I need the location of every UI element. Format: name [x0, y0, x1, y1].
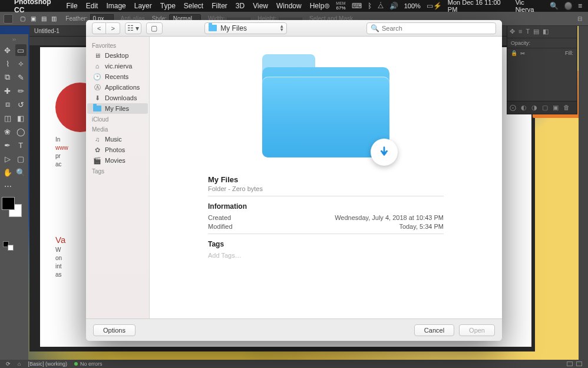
sidebar-item-applications[interactable]: ⒶApplications	[87, 82, 148, 93]
marquee-tool-icon[interactable]: ▭	[15, 44, 27, 56]
shape-tool-icon[interactable]: ▢	[15, 153, 27, 165]
sidebar-item-label: Applications	[105, 84, 140, 91]
path-label: My Files	[220, 24, 247, 32]
menu-type[interactable]: Type	[160, 2, 176, 10]
move-icon[interactable]: ✥	[510, 28, 515, 35]
lock-icon[interactable]: 🔒	[511, 50, 517, 56]
desktop-icon: 🖥	[93, 52, 101, 59]
brush-tool-icon[interactable]: ✏	[15, 85, 27, 97]
spotlight-icon[interactable]: 🔍	[550, 2, 559, 10]
memory-indicator[interactable]: MEM67%	[336, 1, 345, 11]
crop-tool-icon[interactable]: ⧉	[2, 71, 14, 83]
home-icon[interactable]: ⌂	[18, 361, 21, 367]
sidebar-item-home[interactable]: ⌂vic.nierva	[87, 61, 148, 71]
marquee-mode-icons[interactable]: ▢ ▣ ▤ ▥	[20, 15, 58, 22]
volume-icon[interactable]: 🔊	[389, 2, 398, 10]
layers-icon[interactable]: ▤	[533, 28, 539, 35]
view-mode-button[interactable]: ☷ ▾	[125, 22, 141, 34]
menu-view[interactable]: View	[253, 2, 268, 10]
zoom-tool-icon[interactable]: 🔍	[15, 166, 27, 178]
status-errors[interactable]: No errors	[74, 361, 103, 367]
blur-tool-icon[interactable]: ❀	[2, 126, 14, 137]
trash-icon[interactable]: 🗑	[563, 104, 570, 111]
history-brush-icon[interactable]: ↺	[15, 98, 27, 110]
dodge-tool-icon[interactable]: ◯	[15, 126, 27, 137]
user-name[interactable]: Vic Nierva	[516, 0, 544, 13]
cancel-button[interactable]: Cancel	[414, 324, 454, 336]
menu-filter[interactable]: Filter	[212, 2, 227, 10]
path-select-icon[interactable]: ▷	[2, 153, 14, 165]
status-workspace[interactable]: [Basic] (working)	[28, 361, 67, 367]
sync-icon[interactable]: ⟳	[6, 361, 11, 367]
battery-icon[interactable]: ▭⚡	[427, 2, 442, 10]
battery-percent[interactable]: 100%	[404, 2, 421, 9]
sidebar-item-downloads[interactable]: ⬇Downloads	[87, 93, 148, 103]
menu-image[interactable]: Image	[106, 2, 125, 10]
wifi-icon[interactable]: ⧊	[378, 2, 384, 10]
new-layer-icon[interactable]: ▣	[553, 104, 559, 111]
color-swatches[interactable]	[2, 197, 22, 217]
sidebar-item-recents[interactable]: 🕑Recents	[87, 71, 148, 82]
preview-name: My Files	[208, 175, 444, 184]
group-icon[interactable]: ▢	[542, 104, 548, 111]
view-mode-icon-2[interactable]	[576, 362, 582, 366]
search-input[interactable]	[382, 25, 492, 32]
eyedropper-tool-icon[interactable]: ✎	[15, 71, 27, 83]
mask-icon[interactable]: ◧	[543, 28, 549, 35]
edit-toolbar-icon[interactable]: ⋯	[2, 180, 14, 192]
mask-add-icon[interactable]: ◐	[521, 104, 527, 111]
clock[interactable]: Mon Dec 16 11:00 PM	[448, 0, 510, 13]
heal-tool-icon[interactable]: ✚	[2, 85, 14, 97]
open-button[interactable]: Open	[459, 324, 495, 336]
notification-center-icon[interactable]: ≡	[578, 2, 582, 10]
foreground-color-swatch[interactable]	[2, 197, 15, 210]
menu-window[interactable]: Window	[276, 2, 302, 10]
menu-edit[interactable]: Edit	[86, 2, 98, 10]
hand-tool-icon[interactable]: ✋	[2, 166, 14, 178]
lasso-tool-icon[interactable]: ⌇	[2, 58, 14, 70]
adjustment-icon[interactable]: ◑	[531, 104, 537, 111]
sidebar-item-label: Recents	[105, 73, 128, 80]
active-tool-icon[interactable]	[4, 14, 13, 24]
options-button[interactable]: Options	[93, 324, 136, 336]
pen-tool-icon[interactable]: ✒	[2, 139, 14, 151]
align-icon[interactable]: ≡	[518, 28, 522, 35]
stamp-tool-icon[interactable]: ⧈	[2, 98, 14, 110]
menu-layer[interactable]: Layer	[134, 2, 152, 10]
sidebar-item-myfiles[interactable]: My Files	[87, 103, 148, 114]
forward-button[interactable]: >	[106, 22, 120, 34]
app-name[interactable]: Photoshop CC	[14, 0, 58, 14]
menu-3d[interactable]: 3D	[236, 2, 245, 10]
type-tool-icon[interactable]: T	[15, 139, 27, 151]
keyboard-icon[interactable]: ⌨	[352, 2, 362, 10]
view-mode-icon[interactable]	[567, 362, 573, 366]
wand-tool-icon[interactable]: ✧	[15, 58, 27, 70]
folder-preview-icon	[262, 54, 389, 157]
sidebar-item-movies[interactable]: 🎬Movies	[87, 155, 148, 166]
tags-input[interactable]: Add Tags…	[208, 252, 444, 259]
link-icon[interactable]: ⫘	[520, 50, 525, 56]
toolbox-grip[interactable]: ››	[2, 37, 27, 42]
back-button[interactable]: <	[92, 22, 106, 34]
width-input[interactable]	[227, 18, 250, 20]
search-field[interactable]: 🔍	[366, 22, 496, 34]
menu-file[interactable]: File	[66, 2, 77, 10]
text-icon[interactable]: T	[526, 28, 530, 35]
menu-select[interactable]: Select	[184, 2, 203, 10]
eraser-tool-icon[interactable]: ◫	[2, 112, 14, 124]
sidebar-item-desktop[interactable]: 🖥Desktop	[87, 50, 148, 61]
menuextra-icon[interactable]: ⊚	[324, 2, 330, 10]
siri-icon[interactable]	[564, 2, 573, 10]
bluetooth-icon[interactable]: ᛒ	[368, 2, 372, 10]
gradient-tool-icon[interactable]: ◧	[15, 112, 27, 124]
move-tool-icon[interactable]: ✥	[2, 44, 14, 56]
group-by-button[interactable]: ▢	[146, 22, 163, 34]
sidebar-item-photos[interactable]: ✿Photos	[87, 144, 148, 155]
sidebar-item-music[interactable]: ♫Music	[87, 134, 148, 144]
menu-help[interactable]: Help	[310, 2, 325, 10]
path-popup[interactable]: My Files ▲▼	[204, 22, 287, 34]
height-input[interactable]	[279, 18, 302, 20]
options-close-icon[interactable]: ⊟	[577, 15, 582, 22]
fx-icon[interactable]: ⨀	[510, 104, 516, 111]
right-dock-handles[interactable]	[579, 14, 588, 360]
